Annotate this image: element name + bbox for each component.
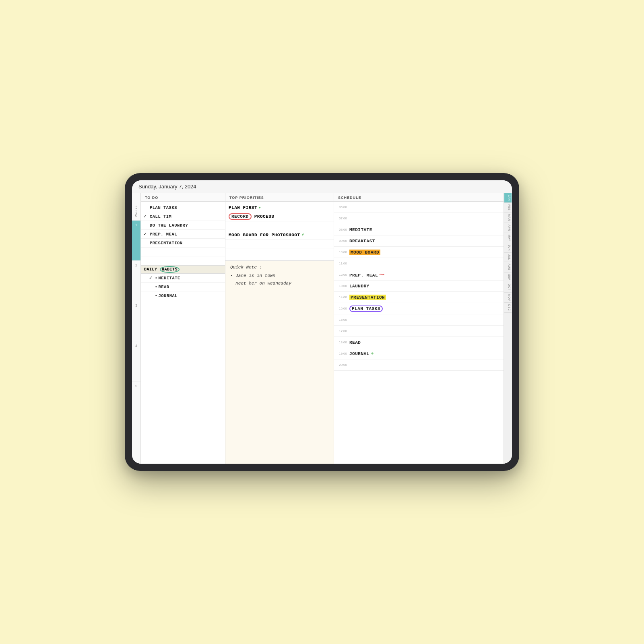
habit-text-2: READ <box>159 285 169 289</box>
habit-item-3[interactable]: • JOURNAL <box>141 291 225 300</box>
priority-item-4[interactable]: MOOD BOARD FOR PHOTOSHOOT⚡ <box>225 230 334 239</box>
schedule-text-1800: READ <box>349 340 361 345</box>
schedule-text-1900: JOURNAL+ <box>349 351 374 357</box>
schedule-row-1900: 19:00 JOURNAL+ <box>334 348 504 359</box>
todo-item-2[interactable]: ✓ CALL TIM <box>141 212 225 221</box>
date-label: Sunday, January 7, 2024 <box>138 184 196 190</box>
todo-item-3[interactable]: DO THE LAUNDRY <box>141 221 225 230</box>
time-1400: 14:00 <box>336 295 349 299</box>
time-0700: 07:00 <box>336 217 349 220</box>
month-tab-apr[interactable]: APR <box>504 223 512 233</box>
priorities-column: TOP PRIORITIES PLAN FIRST✦ RECORD PROCES… <box>225 193 334 464</box>
note-title: Quick Note : <box>230 265 329 270</box>
habit-check-1: ✓ <box>149 275 154 281</box>
check-mark-2: ✓ <box>143 214 148 219</box>
todo-text-5: PRESENTATION <box>150 241 183 246</box>
time-1300: 13:00 <box>336 284 349 288</box>
time-1100: 11:00 <box>336 262 349 265</box>
schedule-text-1500: PLAN TASKS <box>349 305 383 312</box>
check-empty-5 <box>143 241 148 246</box>
weeks-label: Weeks <box>134 205 138 217</box>
schedule-row-1300: 13:00 LAUNDRY <box>334 281 504 292</box>
empty-row-1 <box>141 248 225 256</box>
schedule-row-1100: 11:00 <box>334 258 504 269</box>
note-line-2: Meet her on Wednesday <box>230 280 329 287</box>
check-empty-1 <box>143 205 148 210</box>
time-1900: 19:00 <box>336 352 349 355</box>
month-tab-may[interactable]: MAY <box>504 233 512 243</box>
priority-items: PLAN FIRST✦ RECORD PROCESS MOOD BOARD FO… <box>225 202 334 259</box>
todo-item-4[interactable]: ✓ PREP. MEAL <box>141 230 225 239</box>
schedule-row-0900: 09:00 BREAKFAST <box>334 235 504 247</box>
schedule-text-1000: MOOD BOARD <box>349 250 380 255</box>
priority-item-1[interactable]: PLAN FIRST✦ <box>225 203 334 212</box>
bullet-3: • <box>155 293 157 298</box>
planner-header: Sunday, January 7, 2024 <box>132 180 512 193</box>
month-tab-oct[interactable]: OCT <box>504 282 512 292</box>
schedule-row-1200: 12:00 PREP. MEAL〜 <box>334 269 504 281</box>
time-0800: 08:00 <box>336 228 349 231</box>
month-tab-jul[interactable]: JUL <box>504 253 512 262</box>
daily-habits-divider: DAILY HABITS <box>141 265 225 274</box>
schedule-row-0700: 07:00 <box>334 213 504 224</box>
planner-body: Weeks 1 2 3 4 5 TO DO PLA <box>132 193 512 464</box>
todo-item-1[interactable]: PLAN TASKS <box>141 203 225 212</box>
note-line-1: • Jane is in town <box>230 272 329 280</box>
priority-empty-3 <box>225 248 334 257</box>
schedule-row-1500: 15:00 PLAN TASKS <box>334 303 504 314</box>
todo-column: TO DO PLAN TASKS ✓ CALL TIM DO TH <box>141 193 225 464</box>
priority-text-2: RECORD PROCESS <box>229 213 274 220</box>
month-tab-dec[interactable]: DEC <box>504 303 512 313</box>
note-area: Quick Note : • Jane is in town Meet her … <box>225 260 334 464</box>
week-1[interactable]: 1 <box>132 220 140 260</box>
schedule-row-1800: 18:00 READ <box>334 337 504 348</box>
schedule-row-0800: 08:00 MEDITATE <box>334 224 504 235</box>
habit-text-1: MEDITATE <box>159 276 180 281</box>
schedule-text-1300: LAUNDRY <box>349 284 369 289</box>
schedule-text-1400: PRESENTATION <box>349 295 386 300</box>
time-1600: 16:00 <box>336 318 349 322</box>
priority-text-1: PLAN FIRST✦ <box>229 205 261 210</box>
month-tab-aug[interactable]: AUG <box>504 262 512 272</box>
time-1000: 10:00 <box>336 250 349 254</box>
month-tab-nov[interactable]: NOV <box>504 293 512 303</box>
time-1500: 15:00 <box>336 307 349 310</box>
schedule-text-1200: PREP. MEAL〜 <box>349 271 385 279</box>
todo-item-5[interactable]: PRESENTATION <box>141 239 225 248</box>
tablet-screen: Sunday, January 7, 2024 Weeks 1 2 3 4 5 … <box>132 180 512 464</box>
todo-text-3: DO THE LAUNDRY <box>150 223 188 228</box>
weeks-sidebar: Weeks 1 2 3 4 5 <box>132 193 141 464</box>
priority-text-4: MOOD BOARD FOR PHOTOSHOOT⚡ <box>229 231 305 238</box>
planner-columns: TO DO PLAN TASKS ✓ CALL TIM DO TH <box>141 193 512 464</box>
lightning-icon: ⚡ <box>301 232 305 238</box>
schedule-text-0900: BREAKFAST <box>349 239 375 244</box>
schedule-row-1400: 14:00 PRESENTATION <box>334 292 504 303</box>
todo-header: TO DO <box>141 193 225 202</box>
todo-text-2: CALL TIM <box>150 214 171 219</box>
todo-text-1: PLAN TASKS <box>150 205 177 210</box>
plus-icon: + <box>371 351 374 357</box>
habit-text-3: JOURNAL <box>159 293 178 298</box>
time-2000: 20:00 <box>336 363 349 367</box>
tilde-icon: 〜 <box>379 272 385 278</box>
week-4[interactable]: 4 <box>132 341 140 381</box>
month-tab-sep[interactable]: SEP <box>504 272 512 283</box>
note-content: • Jane is in town Meet her on Wednesday <box>230 272 329 287</box>
todo-items: PLAN TASKS ✓ CALL TIM DO THE LAUNDRY ✓ <box>141 202 225 464</box>
week-5[interactable]: 5 <box>132 381 140 421</box>
week-numbers: 1 2 3 4 5 <box>132 220 140 421</box>
schedule-row-1000: 10:00 MOOD BOARD <box>334 247 504 258</box>
habit-check-empty-3 <box>149 293 154 298</box>
month-tab-feb[interactable]: FEB <box>504 203 512 213</box>
week-3[interactable]: 3 <box>132 301 140 341</box>
empty-row-2 <box>141 256 225 265</box>
habit-item-1[interactable]: ✓ • MEDITATE <box>141 274 225 283</box>
priority-empty-2 <box>225 239 334 248</box>
week-2[interactable]: 2 <box>132 260 140 301</box>
month-tab-mar[interactable]: MAR <box>504 213 512 223</box>
month-tab-jun[interactable]: JUN <box>504 243 512 253</box>
month-tab-jan[interactable]: JAN <box>504 193 512 203</box>
priority-item-2[interactable]: RECORD PROCESS <box>225 212 334 221</box>
habit-check-empty-2 <box>149 285 154 289</box>
habit-item-2[interactable]: • READ <box>141 283 225 291</box>
